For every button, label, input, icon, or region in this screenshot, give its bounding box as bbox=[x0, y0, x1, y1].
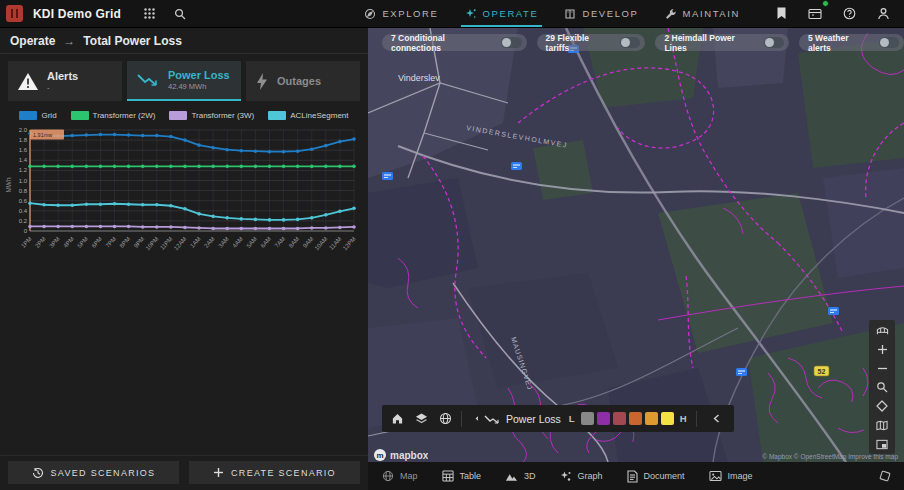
view-3d-button[interactable]: 3D bbox=[505, 471, 536, 482]
user-icon[interactable] bbox=[872, 3, 894, 25]
scheduler-icon[interactable] bbox=[804, 3, 826, 25]
map-layer-chips: 7 Conditional connections 29 Flexible ta… bbox=[382, 34, 904, 51]
home-icon[interactable] bbox=[386, 408, 408, 430]
chip-weather-alerts[interactable]: 5 Weather alerts bbox=[799, 34, 904, 51]
nav-item-maintain[interactable]: MAINTAIN bbox=[665, 0, 740, 27]
primary-nav: EXPLORE OPERATE DEVELOP bbox=[364, 0, 740, 27]
page-title: Total Power Loss bbox=[83, 34, 181, 48]
tab-alerts[interactable]: Alerts - bbox=[8, 61, 122, 101]
zoom-out-icon[interactable] bbox=[872, 361, 892, 375]
nav-item-develop[interactable]: DEVELOP bbox=[564, 0, 638, 27]
svg-text:9AM: 9AM bbox=[302, 236, 315, 249]
svg-text:8AM: 8AM bbox=[288, 236, 301, 249]
create-scenario-button[interactable]: CREATE SCENARIO bbox=[189, 461, 360, 484]
legend-label: Transformer (2W) bbox=[93, 111, 156, 120]
chip-label: 29 Flexible tariffs bbox=[546, 33, 613, 53]
legend-item[interactable]: Transformer (3W) bbox=[169, 111, 254, 120]
notification-badge bbox=[822, 0, 829, 7]
basemap-icon[interactable] bbox=[872, 418, 892, 432]
legend-item[interactable]: ACLineSegment bbox=[268, 111, 348, 120]
breadcrumb-section[interactable]: Operate bbox=[10, 34, 55, 48]
map-search-icon[interactable] bbox=[872, 380, 892, 394]
layers-icon[interactable] bbox=[410, 408, 432, 430]
top-bar: KDI Demo Grid EXPLORE bbox=[0, 0, 904, 28]
document-icon bbox=[627, 470, 638, 483]
svg-text:0.2: 0.2 bbox=[19, 218, 28, 224]
toggle-switch[interactable] bbox=[879, 37, 899, 48]
route-shield: 52 bbox=[814, 366, 829, 376]
collapse-legend-icon[interactable] bbox=[706, 408, 728, 430]
map-base-layer: 52 Vinderslev Mausing VINDERSLEVHOLMVEJ … bbox=[368, 28, 904, 462]
legend-item[interactable]: Grid bbox=[19, 111, 56, 120]
chip-flexible-tariffs[interactable]: 29 Flexible tariffs bbox=[537, 34, 646, 51]
tab-outages[interactable]: Outages bbox=[246, 61, 360, 101]
svg-text:52: 52 bbox=[818, 368, 826, 375]
view-image-button[interactable]: Image bbox=[709, 470, 753, 482]
chip-conditional-connections[interactable]: 7 Conditional connections bbox=[382, 34, 527, 51]
view-table-button[interactable]: Table bbox=[442, 470, 482, 482]
svg-text:7AM: 7AM bbox=[274, 236, 287, 249]
map-canvas[interactable]: 52 Vinderslev Mausing VINDERSLEVHOLMVEJ … bbox=[368, 28, 904, 462]
view-map-button[interactable]: Map bbox=[382, 470, 418, 482]
svg-text:1.8: 1.8 bbox=[19, 137, 28, 143]
view-graph-button[interactable]: Graph bbox=[560, 470, 603, 482]
toggle-switch[interactable] bbox=[764, 37, 784, 48]
svg-text:5PM: 5PM bbox=[76, 236, 89, 249]
chip-label: 7 Conditional connections bbox=[391, 33, 494, 53]
wrench-icon bbox=[665, 8, 677, 20]
legend-swatch-icon bbox=[71, 111, 89, 120]
view-label: Document bbox=[644, 471, 685, 481]
bridge-icon[interactable] bbox=[872, 323, 892, 337]
locate-icon[interactable] bbox=[872, 399, 892, 413]
bookmark-icon[interactable] bbox=[770, 3, 792, 25]
divider bbox=[461, 411, 462, 427]
toggle-switch[interactable] bbox=[620, 37, 640, 48]
tab-power-loss[interactable]: Power Loss 42.49 MWh bbox=[127, 61, 241, 101]
search-icon[interactable] bbox=[169, 3, 191, 25]
legend-item[interactable]: Transformer (2W) bbox=[71, 111, 156, 120]
legend-label: ACLineSegment bbox=[290, 111, 348, 120]
view-label: 3D bbox=[524, 471, 536, 481]
compass-icon[interactable] bbox=[878, 469, 892, 483]
saved-scenarios-button[interactable]: SAVED SCENARIOS bbox=[8, 461, 179, 484]
svg-text:10PM: 10PM bbox=[145, 236, 160, 252]
nav-item-operate[interactable]: OPERATE bbox=[465, 0, 539, 27]
nav-item-explore[interactable]: EXPLORE bbox=[364, 0, 438, 27]
toggle-switch[interactable] bbox=[501, 37, 521, 48]
help-icon[interactable] bbox=[838, 3, 860, 25]
explore-icon bbox=[364, 8, 376, 20]
svg-text:1PM: 1PM bbox=[20, 236, 33, 249]
line-chart[interactable]: 1PM2PM3PM4PM5PM6PM7PM8PM9PM10PM11PM12AM1… bbox=[4, 125, 362, 265]
legend-label: Transformer (3W) bbox=[191, 111, 254, 120]
inset-map-icon[interactable] bbox=[872, 437, 892, 451]
svg-text:4AM: 4AM bbox=[231, 236, 244, 249]
svg-text:1.91mw: 1.91mw bbox=[33, 132, 52, 138]
view-document-button[interactable]: Document bbox=[627, 470, 685, 483]
zoom-in-icon[interactable] bbox=[872, 342, 892, 356]
create-scenario-label: CREATE SCENARIO bbox=[231, 468, 336, 478]
chip-label: 2 Heimdall Power Lines bbox=[664, 33, 756, 53]
history-clock-icon bbox=[32, 467, 44, 479]
legend-high-label: H bbox=[680, 413, 687, 424]
app-logo-icon[interactable] bbox=[6, 5, 23, 22]
legend-swatch-icon bbox=[268, 111, 286, 120]
color-swatch bbox=[629, 412, 642, 425]
view-label: Table bbox=[460, 471, 482, 481]
globe-icon[interactable] bbox=[434, 408, 456, 430]
svg-text:MWh: MWh bbox=[5, 177, 12, 193]
nav-label: DEVELOP bbox=[582, 8, 638, 19]
apps-grid-icon[interactable] bbox=[139, 3, 161, 25]
power-loss-chart: GridTransformer (2W)Transformer (3W)ACLi… bbox=[0, 109, 368, 265]
table-icon bbox=[442, 470, 454, 482]
breadcrumb: Operate → Total Power Loss bbox=[0, 28, 368, 54]
map-attribution[interactable]: © Mapbox © OpenStreetMap Improve this ma… bbox=[762, 453, 898, 460]
mapbox-logo[interactable]: m mapbox bbox=[374, 448, 428, 462]
svg-text:2.0: 2.0 bbox=[19, 127, 28, 133]
nav-label: EXPLORE bbox=[382, 8, 438, 19]
develop-icon bbox=[564, 8, 576, 20]
tab-sublabel: - bbox=[47, 83, 78, 92]
left-panel: Operate → Total Power Loss Alerts - bbox=[0, 28, 368, 490]
chip-heimdall-power-lines[interactable]: 2 Heimdall Power Lines bbox=[655, 34, 789, 51]
svg-text:0.8: 0.8 bbox=[19, 188, 28, 194]
kpi-tabs: Alerts - Power Loss 42.49 MWh bbox=[0, 54, 368, 101]
